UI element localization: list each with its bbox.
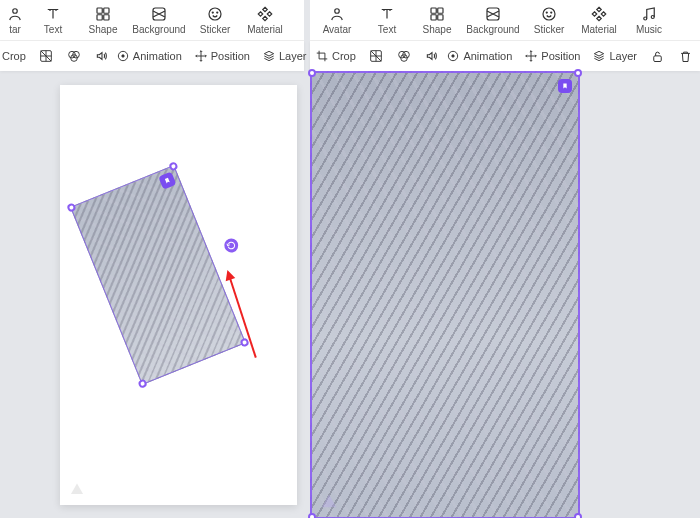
unlock-icon (650, 49, 665, 64)
selected-image-full[interactable] (310, 71, 580, 518)
music-icon (640, 5, 658, 23)
material-button[interactable]: Material (240, 1, 290, 39)
crop-icon (315, 49, 329, 63)
position-button[interactable]: Position (191, 47, 253, 65)
text-icon (44, 5, 62, 23)
resize-handle-bl[interactable] (137, 378, 147, 388)
position-label: Position (211, 50, 250, 62)
text-label: Text (378, 25, 396, 35)
animation-button-r[interactable]: Animation (443, 47, 515, 65)
svg-point-8 (217, 12, 218, 13)
svg-point-15 (335, 9, 340, 14)
text-button[interactable]: Text (28, 1, 78, 39)
sticker-button[interactable]: Sticker (190, 1, 240, 39)
background-icon (484, 5, 502, 23)
resize-handle-tl[interactable] (66, 202, 76, 212)
crop-button-r[interactable]: Crop (312, 47, 359, 65)
sticker-icon (540, 5, 558, 23)
svg-point-23 (551, 12, 552, 13)
background-button[interactable]: Background (128, 1, 190, 39)
position-button-r[interactable]: Position (521, 47, 583, 65)
music-button-r[interactable]: Music (624, 1, 674, 39)
volume-icon (424, 48, 440, 64)
layer-label-r: Layer (609, 50, 637, 62)
resize-handle-tl-r[interactable] (308, 69, 316, 77)
animation-label: Animation (133, 50, 182, 62)
layer-icon (262, 49, 276, 63)
sticker-button-r[interactable]: Sticker (524, 1, 574, 39)
svg-rect-3 (97, 15, 102, 20)
color-adjust-icon (66, 48, 82, 64)
move-icon (524, 49, 538, 63)
svg-rect-19 (438, 15, 443, 20)
svg-rect-16 (431, 8, 436, 13)
transparency-button[interactable] (35, 45, 57, 67)
crop-label: Crop (2, 50, 26, 62)
resize-handle-tr[interactable] (168, 161, 178, 171)
avatar-button-partial[interactable]: tar (2, 1, 28, 39)
page-right[interactable] (310, 71, 580, 518)
material-icon (256, 5, 274, 23)
sticker-label: Sticker (200, 25, 231, 35)
color-adjust-button-r[interactable] (393, 45, 415, 67)
material-label: Material (247, 25, 283, 35)
context-toolbar-right: Crop Animation Positi (310, 41, 700, 71)
music-label: Music (636, 25, 662, 35)
avatar-label: Avatar (323, 25, 352, 35)
layer-button[interactable]: Layer (259, 47, 310, 65)
text-button-r[interactable]: Text (362, 1, 412, 39)
watermark-icon-r (318, 489, 340, 511)
top-toolbar-left: tar Text Shape (0, 0, 304, 41)
avatar-icon (328, 5, 346, 23)
animation-label-r: Animation (463, 50, 512, 62)
avatar-icon (6, 5, 24, 23)
position-label-r: Position (541, 50, 580, 62)
volume-button-r[interactable] (421, 45, 443, 67)
delete-button-r[interactable] (674, 45, 696, 67)
app-screenshot: tar Text Shape (0, 0, 700, 518)
crop-button[interactable]: Crop (2, 48, 29, 64)
svg-point-25 (651, 16, 654, 19)
canvas-left[interactable] (0, 71, 304, 518)
color-adjust-button[interactable] (63, 45, 85, 67)
material-button-r[interactable]: Material (574, 1, 624, 39)
transparency-icon (368, 48, 384, 64)
layer-label: Layer (279, 50, 307, 62)
canvas-right[interactable] (310, 71, 700, 518)
selected-image-rotated[interactable] (70, 165, 246, 385)
volume-button[interactable] (91, 45, 113, 67)
svg-point-22 (546, 12, 547, 13)
background-button-r[interactable]: Background (462, 1, 524, 39)
shape-button-r[interactable]: Shape (412, 1, 462, 39)
svg-rect-2 (104, 8, 109, 13)
svg-rect-17 (438, 8, 443, 13)
transparency-button-r[interactable] (365, 45, 387, 67)
sticker-icon (206, 5, 224, 23)
avatar-button-r[interactable]: Avatar (312, 1, 362, 39)
material-icon (590, 5, 608, 23)
rotate-handle[interactable] (222, 236, 240, 254)
background-label: Background (132, 25, 185, 35)
svg-point-0 (13, 9, 18, 14)
shape-button[interactable]: Shape (78, 1, 128, 39)
animation-icon (446, 49, 460, 63)
layer-icon (592, 49, 606, 63)
text-label: Text (44, 25, 62, 35)
resize-handle-bl-r[interactable] (308, 513, 316, 518)
resize-handle-br-r[interactable] (574, 513, 582, 518)
page-left[interactable] (60, 85, 297, 505)
app-badge-icon (158, 172, 176, 190)
animation-button[interactable]: Animation (113, 47, 185, 65)
layer-button-r[interactable]: Layer (589, 47, 640, 65)
lock-button-r[interactable] (646, 45, 668, 67)
resize-handle-tr-r[interactable] (574, 69, 582, 77)
animation-icon (116, 49, 130, 63)
material-label: Material (581, 25, 617, 35)
background-label: Background (466, 25, 519, 35)
svg-point-21 (543, 8, 555, 20)
svg-rect-1 (97, 8, 102, 13)
crop-label-r: Crop (332, 50, 356, 62)
svg-rect-32 (653, 55, 661, 61)
sticker-label: Sticker (534, 25, 565, 35)
svg-point-6 (209, 8, 221, 20)
